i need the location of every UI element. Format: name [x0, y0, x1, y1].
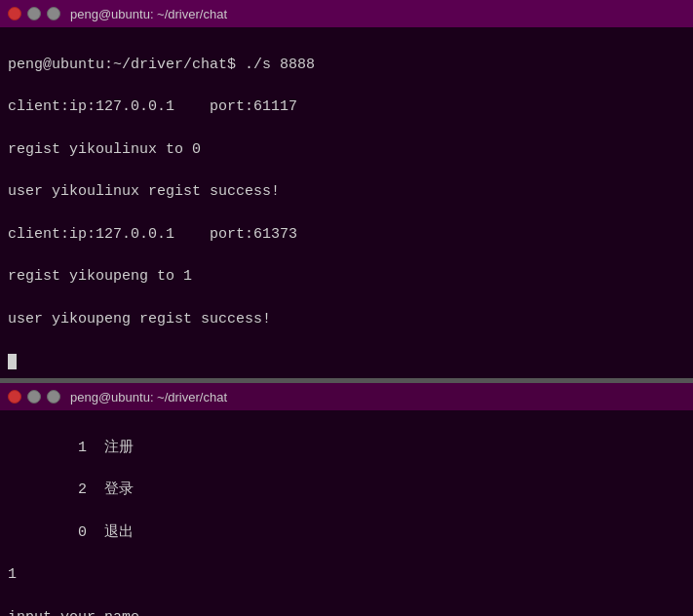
window-title-1: peng@ubuntu: ~/driver/chat — [70, 7, 227, 21]
terminal-line-1-7: user yikoupeng regist success! — [8, 309, 685, 330]
terminal-line-2-1: 1 — [8, 564, 685, 586]
terminal-line-1-3: regist yikoulinux to 0 — [8, 139, 685, 161]
title-bar-1: peng@ubuntu: ~/driver/chat — [0, 0, 693, 27]
cursor-1 — [8, 354, 17, 369]
terminal-line-1-4: user yikoulinux regist success! — [8, 181, 685, 203]
terminal-line-1-6: regist yikoupeng to 1 — [8, 266, 685, 288]
minimize-button-2[interactable] — [27, 390, 41, 404]
window-title-2: peng@ubuntu: ~/driver/chat — [70, 390, 227, 404]
close-button-1[interactable] — [8, 7, 21, 20]
minimize-button-1[interactable] — [27, 7, 41, 20]
title-bar-2: peng@ubuntu: ~/driver/chat — [0, 383, 693, 410]
terminal-window-1: peng@ubuntu: ~/driver/chat peng@ubuntu:~… — [0, 0, 693, 378]
terminal-line-1-1: peng@ubuntu:~/driver/chat$ ./s 8888 — [8, 55, 685, 76]
menu-item-1: 1 注册 — [8, 438, 685, 459]
maximize-button-1[interactable] — [47, 7, 60, 20]
terminal-line-2-2: input your name — [8, 607, 685, 616]
maximize-button-2[interactable] — [47, 390, 60, 404]
close-button-2[interactable] — [8, 390, 21, 404]
terminal-line-1-2: client:ip:127.0.0.1 port:61117 — [8, 96, 685, 118]
menu-item-3: 0 退出 — [8, 522, 685, 544]
terminal-output-2[interactable]: 1 注册 2 登录 0 退出 1 input your name yikoupe… — [0, 410, 693, 616]
terminal-window-2: peng@ubuntu: ~/driver/chat 1 注册 2 登录 0 退… — [0, 383, 693, 616]
menu-item-2: 2 登录 — [8, 480, 685, 501]
terminal-output-1[interactable]: peng@ubuntu:~/driver/chat$ ./s 8888 clie… — [0, 27, 693, 378]
terminal-line-1-5: client:ip:127.0.0.1 port:61373 — [8, 224, 685, 246]
